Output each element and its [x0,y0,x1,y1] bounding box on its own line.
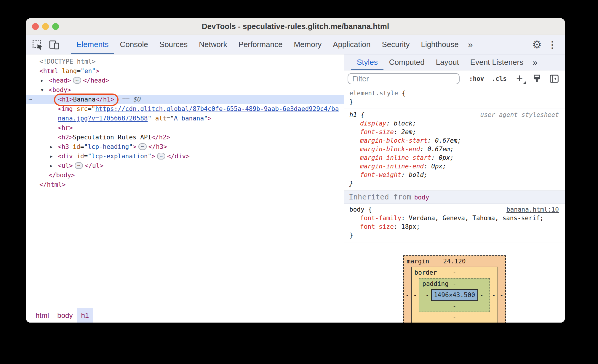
box-model-content[interactable]: 1496×43.500 [431,289,478,301]
code-segment: </ul> [85,162,103,169]
tab-lighthouse[interactable]: Lighthouse [415,35,464,54]
style-line[interactable]: element.style { [348,89,561,98]
box-model-border[interactable]: border - - padding - [411,267,498,323]
tab-memory[interactable]: Memory [288,35,327,54]
box-model-margin[interactable]: margin 24.120 - border - - [403,255,506,323]
code-segment: : 0.67em; [420,146,454,153]
style-line[interactable]: font-family: Verdana, Geneva, Tahoma, sa… [348,214,561,223]
traffic-lights [32,18,59,35]
maximize-button[interactable] [52,23,59,30]
dom-tree-line[interactable]: ▶<head>⋯</head> [26,76,344,85]
tab-network[interactable]: Network [193,35,233,54]
border-right-value[interactable]: - [490,291,498,299]
code-segment: </h2> [151,134,170,141]
dom-tree-line[interactable]: </html> [26,180,344,189]
code-segment: </html> [39,181,66,188]
inspect-cursor-icon [32,39,43,50]
device-toolbar-button[interactable] [48,38,60,51]
inherited-from-header: Inherited frombody [344,191,565,204]
tab-console[interactable]: Console [114,35,154,54]
style-line[interactable]: margin-block-start: 0.67em; [348,136,561,145]
style-line[interactable]: } [348,179,561,188]
code-segment: A banana [174,115,204,122]
code-segment: > [96,67,100,75]
breadcrumb-item-h1[interactable]: h1 [77,308,93,323]
dom-tree-line[interactable]: nana.jpg?v=1705668720588" alt="A banana"… [26,114,344,123]
tab-elements[interactable]: Elements [71,35,114,54]
settings-gear-icon[interactable]: ⚙ [532,39,542,50]
style-line[interactable]: } [348,231,561,240]
style-line[interactable]: margin-block-end: 0.67em; [348,145,561,154]
tab-performance[interactable]: Performance [233,35,288,54]
code-segment: ▶ [50,161,58,170]
breadcrumb-item-html[interactable]: html [31,308,53,323]
code-segment: font-weight [360,171,401,178]
tab-security[interactable]: Security [376,35,415,54]
style-line[interactable]: user agent stylesheeth1 { [348,111,561,119]
style-line[interactable]: } [348,98,561,106]
tab-event-listeners[interactable]: Event Listeners [465,54,529,70]
class-toggle-cls-button[interactable]: .cls [492,75,507,82]
more-sidebar-tabs-chevron-icon[interactable]: » [529,54,541,70]
dom-tree-line[interactable]: ▶<div id="lcp-explanation">⋯</div> [26,152,344,161]
customize-menu-dots-icon[interactable]: ⋮ [548,40,557,49]
tab-sources[interactable]: Sources [154,35,193,54]
tab-styles[interactable]: Styles [351,54,383,70]
border-top-value[interactable]: - [412,267,498,278]
tab-application[interactable]: Application [327,35,376,54]
style-line[interactable]: font-size: 18px; [348,223,561,231]
dom-tree-line[interactable]: <html lang="en"> [26,66,344,76]
code-segment: =" [84,153,92,160]
dom-tree-line[interactable]: <h2>Speculation Rules API</h2> [26,133,344,142]
code-segment: banana.html:10 [506,205,561,214]
dom-tree-line[interactable]: <hr> [26,123,344,133]
style-line[interactable]: margin-inline-start: 0px; [348,154,561,162]
dom-tree-line[interactable]: <img src="https://cdn.glitch.global/87b4… [26,104,344,114]
rendering-brush-button[interactable] [532,74,542,83]
code-segment: ⋯ [28,95,32,104]
border-bottom-value[interactable]: - [412,312,498,323]
margin-right-value[interactable]: - [498,291,505,299]
box-model-section: margin 24.120 - border - - [344,242,565,323]
close-button[interactable] [32,23,39,30]
dom-tree-line[interactable]: </body> [26,170,344,180]
dom-tree-line[interactable]: ▶<h3 id="lcp-heading">⋯</h3> [26,142,344,152]
margin-left-value[interactable]: - [404,291,411,299]
toolbar-separator [66,40,66,49]
padding-top-value[interactable]: - [419,278,489,289]
style-line[interactable]: margin-inline-end: 0px; [348,162,561,171]
dom-tree-line[interactable]: ▶<ul>⋯</ul> [26,161,344,170]
new-style-rule-button[interactable]: + [514,73,525,84]
code-segment: : 0.67em; [428,137,461,144]
style-rule-body: banana.html:10body {font-family: Verdana… [344,204,565,242]
style-line[interactable]: banana.html:10body { [348,205,561,214]
code-segment: margin-block-start [360,137,428,144]
elements-panel: <!DOCTYPE html><html lang="en">▶<head>⋯<… [26,54,344,323]
padding-right-value[interactable]: - [478,291,485,299]
code-segment: > [133,143,137,150]
style-line[interactable]: font-size: 2em; [348,128,561,136]
toggle-sidebar-button[interactable] [549,74,559,83]
minimize-button[interactable] [42,23,49,30]
filter-input[interactable] [348,73,460,84]
dom-tree-line[interactable]: <!DOCTYPE html> [26,57,344,66]
box-model-padding[interactable]: padding - - 1496×43.500 [419,278,490,312]
inspect-element-button[interactable] [31,38,44,51]
tab-computed[interactable]: Computed [383,54,430,70]
code-segment: </head> [83,77,109,84]
code-segment: alt [155,115,167,122]
tab-layout[interactable]: Layout [430,54,465,70]
padding-bottom-value[interactable]: - [419,301,489,312]
style-line[interactable]: display: block; [348,119,561,128]
pseudo-class-hov-button[interactable]: :hov [469,75,484,82]
inherited-from-link[interactable]: body [414,194,429,201]
more-panels-chevron-icon[interactable]: » [464,35,477,54]
dom-tree-line[interactable]: ⋯<h1>Banana</h1> == $0 [26,95,344,104]
padding-left-value[interactable]: - [424,291,431,299]
border-left-value[interactable]: - [412,291,419,299]
code-segment: https://cdn.glitch.global/87b4c0fe-655a-… [95,105,339,112]
code-segment: <ul> [58,162,73,169]
style-line[interactable]: font-weight: bold; [348,171,561,179]
breadcrumb-item-body[interactable]: body [53,308,77,323]
margin-top-value[interactable]: 24.120 [404,256,505,267]
